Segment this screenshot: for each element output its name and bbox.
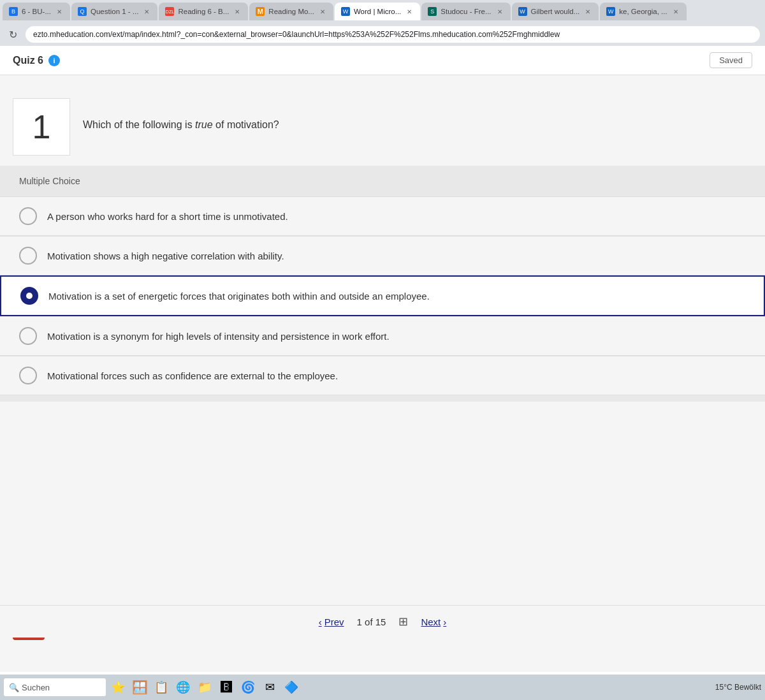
of-label: of xyxy=(365,616,373,627)
tab-3-close[interactable]: ✕ xyxy=(233,7,242,16)
tab-7-close[interactable]: ✕ xyxy=(583,7,592,16)
tab-7[interactable]: W Gilbert would... ✕ xyxy=(512,3,599,20)
tab-4-favicon: M xyxy=(256,7,265,16)
quiz-title: Quiz 6 i xyxy=(13,55,60,66)
question-area: 1 Which of the following is true of moti… xyxy=(0,85,765,156)
tab-6-label: Studocu - Fre... xyxy=(441,8,491,15)
tab-8-label: ke, Georgia, ... xyxy=(619,8,667,15)
answer-option-4[interactable]: Motivation is a synonym for high levels … xyxy=(0,316,765,356)
current-page: 1 xyxy=(357,616,362,627)
tab-8-close[interactable]: ✕ xyxy=(671,7,680,16)
bottom-nav-bar: ‹ Prev 1 of 15 ⊞ Next › xyxy=(0,605,765,638)
url-text: ezto.mheducation.com/ext/map/index.html?… xyxy=(33,30,560,39)
tab-bar: B 6 - BU-... ✕ Q Question 1 - ... ✕ DZL … xyxy=(0,0,765,23)
main-content: Quiz 6 i Saved 1 Which of the following … xyxy=(0,46,765,672)
next-button[interactable]: Next › xyxy=(421,616,446,627)
tab-4-label: Reading Mo... xyxy=(268,8,314,15)
tab-6[interactable]: S Studocu - Fre... ✕ xyxy=(421,3,510,20)
answer-text-4: Motivation is a synonym for high levels … xyxy=(47,330,390,343)
tab-5-label: Word | Micro... xyxy=(354,8,401,15)
info-icon[interactable]: i xyxy=(48,55,60,66)
tab-3[interactable]: DZL Reading 6 - B... ✕ xyxy=(159,3,248,20)
tab-1[interactable]: B 6 - BU-... ✕ xyxy=(3,3,70,20)
tab-2-favicon: Q xyxy=(78,7,87,16)
tab-5-close[interactable]: ✕ xyxy=(405,7,414,16)
tab-1-favicon: B xyxy=(9,7,18,16)
quiz-title-text: Quiz 6 xyxy=(13,55,43,66)
prev-button[interactable]: ‹ Prev xyxy=(319,616,344,627)
radio-4[interactable] xyxy=(19,327,37,345)
answer-section: Multiple Choice A person who works hard … xyxy=(0,166,765,402)
question-number-box: 1 xyxy=(13,98,70,156)
saved-button[interactable]: Saved xyxy=(710,52,752,68)
quiz-header: Quiz 6 i Saved xyxy=(0,46,765,75)
answer-option-3[interactable]: Motivation is a set of energetic forces … xyxy=(0,275,765,316)
radio-1[interactable] xyxy=(19,207,37,225)
reload-button[interactable]: ↻ xyxy=(5,27,20,42)
tab-8[interactable]: W ke, Georgia, ... ✕ xyxy=(600,3,686,20)
question-text: Which of the following is true of motiva… xyxy=(13,98,752,133)
tab-1-close[interactable]: ✕ xyxy=(55,7,64,16)
question-number: 1 xyxy=(33,108,51,146)
radio-5[interactable] xyxy=(19,367,37,384)
bottom-nav: ‹ Prev 1 of 15 ⊞ Next › xyxy=(0,606,765,638)
tab-5-favicon: W xyxy=(341,7,350,16)
tab-7-label: Gilbert would... xyxy=(531,8,580,15)
tab-3-favicon: DZL xyxy=(165,7,174,16)
prev-chevron-icon: ‹ xyxy=(319,616,322,627)
tab-4-close[interactable]: ✕ xyxy=(318,7,327,16)
page-info: 1 of 15 xyxy=(357,616,386,627)
next-chevron-icon: › xyxy=(443,616,446,627)
tab-2[interactable]: Q Question 1 - ... ✕ xyxy=(71,3,157,20)
answer-text-1: A person who works hard for a short time… xyxy=(47,210,288,223)
answer-type-label: Multiple Choice xyxy=(0,176,765,196)
tab-7-favicon: W xyxy=(518,7,527,16)
radio-2[interactable] xyxy=(19,247,37,265)
answer-option-5[interactable]: Motivational forces such as confidence a… xyxy=(0,356,765,395)
answer-text-2: Motivation shows a high negative correla… xyxy=(47,249,284,263)
tab-3-label: Reading 6 - B... xyxy=(178,8,229,15)
tab-4[interactable]: M Reading Mo... ✕ xyxy=(249,3,333,20)
prev-label: Prev xyxy=(324,616,344,627)
radio-3[interactable] xyxy=(20,287,38,305)
address-bar: ↻ ezto.mheducation.com/ext/map/index.htm… xyxy=(0,23,765,46)
tab-6-favicon: S xyxy=(428,7,437,16)
tab-2-label: Question 1 - ... xyxy=(91,8,138,15)
url-bar[interactable]: ezto.mheducation.com/ext/map/index.html?… xyxy=(26,26,760,43)
tab-8-favicon: W xyxy=(606,7,615,16)
answer-option-2[interactable]: Motivation shows a high negative correla… xyxy=(0,236,765,275)
answer-text-5: Motivational forces such as confidence a… xyxy=(47,369,338,383)
tab-5[interactable]: W Word | Micro... ✕ xyxy=(335,3,420,20)
tab-6-close[interactable]: ✕ xyxy=(495,7,504,16)
answer-text-3: Motivation is a set of energetic forces … xyxy=(48,289,430,303)
grid-icon[interactable]: ⊞ xyxy=(398,615,408,629)
tab-1-label: 6 - BU-... xyxy=(22,8,51,15)
answer-option-1[interactable]: A person who works hard for a short time… xyxy=(0,196,765,236)
next-label: Next xyxy=(421,616,441,627)
total-pages: 15 xyxy=(375,616,386,627)
tab-2-close[interactable]: ✕ xyxy=(142,7,151,16)
